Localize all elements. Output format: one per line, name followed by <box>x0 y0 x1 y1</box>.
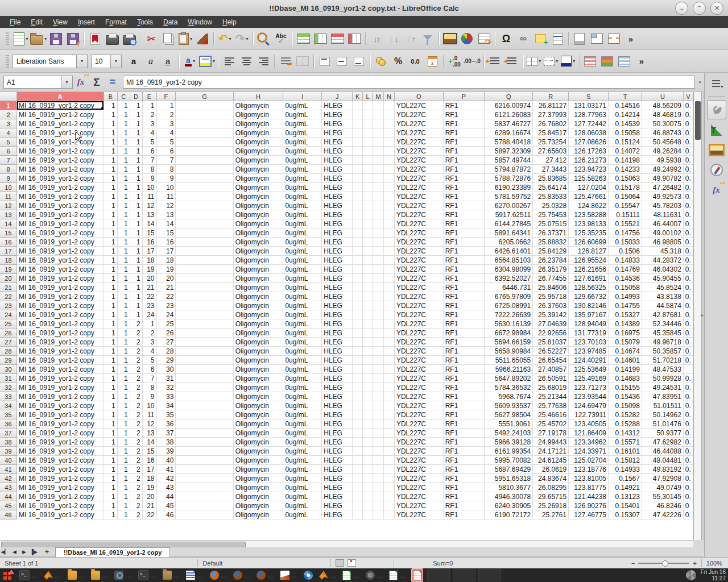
cell-a44[interactable]: MI 16_0919_yor1-2 copy <box>17 492 104 501</box>
cell-v27[interactable]: 0. <box>684 338 693 347</box>
cell-r40[interactable]: 24.61245 <box>533 456 569 465</box>
taskbar-item[interactable]: ... <box>341 569 360 581</box>
cell-v5[interactable]: 0. <box>684 138 693 147</box>
cell-f15[interactable]: 15 <box>157 228 176 238</box>
cell-i11[interactable]: 0ug/mL <box>283 192 322 201</box>
cell-p19[interactable]: RF1 <box>444 265 485 274</box>
cell-i2[interactable]: 0ug/mL <box>283 110 322 119</box>
cell-o30[interactable]: YDL227C <box>395 365 444 374</box>
cell-t13[interactable]: 0.15111 <box>609 210 642 219</box>
cell-f22[interactable]: 22 <box>157 292 176 301</box>
cell-a3[interactable]: MI 16_0919_yor1-2 copy <box>17 119 104 128</box>
cell-h9[interactable]: Oligomycin <box>234 174 284 183</box>
cell-g34[interactable] <box>176 401 233 410</box>
cell-p41[interactable]: RF1 <box>444 465 485 474</box>
cell-k6[interactable] <box>353 147 363 156</box>
cell-p14[interactable]: RF1 <box>444 219 485 228</box>
delete-column-button[interactable] <box>346 30 362 47</box>
cell-l43[interactable] <box>363 483 373 492</box>
cell-v19[interactable]: 0. <box>684 265 693 274</box>
cell-e6[interactable]: 6 <box>143 147 157 156</box>
cell-k27[interactable] <box>353 338 363 347</box>
cell-f7[interactable]: 7 <box>157 156 176 165</box>
cell-h27[interactable]: Oligomycin <box>234 338 284 347</box>
cell-l16[interactable] <box>363 238 373 247</box>
menu-window[interactable]: Window <box>183 17 217 27</box>
cell-o43[interactable]: YDL227C <box>395 483 444 492</box>
cell-q24[interactable]: 7222.26639 <box>485 310 533 319</box>
cell-q46[interactable]: 6190.72172 <box>485 510 533 519</box>
cell-f21[interactable]: 21 <box>157 283 176 292</box>
cell-k39[interactable] <box>353 447 363 456</box>
cell-q43[interactable]: 5810.3677 <box>485 483 533 492</box>
cell-u6[interactable]: 49.26284 <box>642 147 684 156</box>
cell-v7[interactable]: 0. <box>684 156 693 165</box>
cell-u21[interactable]: 45.8524 <box>642 283 684 292</box>
cell-t37[interactable]: 0.14312 <box>609 429 642 438</box>
cell-e22[interactable]: 22 <box>143 292 157 301</box>
cell-c30[interactable]: 1 <box>118 365 130 374</box>
cell-n29[interactable] <box>384 356 395 365</box>
cell-s18[interactable]: 126.95524 <box>569 256 609 265</box>
cell-f42[interactable]: 42 <box>157 474 176 483</box>
cell-m35[interactable] <box>373 410 384 419</box>
cell-f13[interactable]: 13 <box>157 210 176 219</box>
cell-n32[interactable] <box>384 383 395 392</box>
cell-t15[interactable]: 0.14756 <box>609 228 642 238</box>
cell-g40[interactable] <box>176 456 233 465</box>
cell-s14[interactable]: 123.98133 <box>569 219 609 228</box>
cell-t25[interactable]: 0.14389 <box>609 319 642 329</box>
last-sheet-button[interactable]: ▐▶ <box>29 548 39 556</box>
cell-r4[interactable]: 25.84517 <box>533 128 569 138</box>
cell-e14[interactable]: 14 <box>143 219 157 228</box>
cell-r39[interactable]: 24.17121 <box>533 447 569 456</box>
cell-f27[interactable]: 27 <box>157 338 176 347</box>
cell-g24[interactable] <box>176 310 233 319</box>
cell-f6[interactable]: 6 <box>157 147 176 156</box>
row-header-39[interactable]: 39 <box>0 447 17 456</box>
cell-v39[interactable]: 0. <box>684 447 693 456</box>
cell-m39[interactable] <box>373 447 384 456</box>
cell-i6[interactable]: 0ug/mL <box>283 147 322 156</box>
cell-n38[interactable] <box>384 438 395 447</box>
cell-q35[interactable]: 5627.98504 <box>485 410 533 419</box>
cell-r1[interactable]: 26.81127 <box>533 101 569 110</box>
cell-l35[interactable] <box>363 410 373 419</box>
cell-l10[interactable] <box>363 183 373 192</box>
cell-s46[interactable]: 127.46775 <box>569 510 609 519</box>
cell-h11[interactable]: Oligomycin <box>234 192 284 201</box>
cell-g38[interactable] <box>176 438 233 447</box>
cell-g43[interactable] <box>176 483 233 492</box>
cell-j39[interactable]: HLEG <box>322 447 353 456</box>
cell-b37[interactable]: 1 <box>104 429 118 438</box>
cell-o7[interactable]: YDL227C <box>395 156 444 165</box>
cell-i44[interactable]: 0ug/mL <box>283 492 322 501</box>
cell-q5[interactable]: 5788.40418 <box>485 138 533 147</box>
cell-b14[interactable]: 1 <box>104 219 118 228</box>
cell-f2[interactable]: 2 <box>157 110 176 119</box>
cell-l33[interactable] <box>363 392 373 401</box>
cell-d13[interactable]: 1 <box>130 210 143 219</box>
cell-l23[interactable] <box>363 301 373 310</box>
cell-q27[interactable]: 5694.66159 <box>485 338 533 347</box>
first-sheet-button[interactable]: ◀▏ <box>0 548 10 556</box>
cell-d24[interactable]: 1 <box>130 310 143 319</box>
cell-h5[interactable]: Oligomycin <box>234 138 284 147</box>
cell-d14[interactable]: 1 <box>130 219 143 228</box>
cell-r15[interactable]: 26.37371 <box>533 228 569 238</box>
cell-v43[interactable]: 0. <box>684 483 693 492</box>
cell-a7[interactable]: MI 16_0919_yor1-2 copy <box>17 156 104 165</box>
cell-c36[interactable]: 1 <box>118 419 130 429</box>
cell-j7[interactable]: HLEG <box>322 156 353 165</box>
align-center-button[interactable] <box>238 53 254 70</box>
cell-m44[interactable] <box>373 492 384 501</box>
cell-g8[interactable] <box>176 165 233 174</box>
cell-m7[interactable] <box>373 156 384 165</box>
menu-edit[interactable]: Edit <box>26 17 48 27</box>
cell-i29[interactable]: 0ug/mL <box>283 356 322 365</box>
maximize-button[interactable]: ⌃ <box>693 2 706 15</box>
cell-l18[interactable] <box>363 256 373 265</box>
cell-f34[interactable]: 34 <box>157 401 176 410</box>
cell-b20[interactable]: 1 <box>104 274 118 283</box>
cell-k15[interactable] <box>353 228 363 238</box>
